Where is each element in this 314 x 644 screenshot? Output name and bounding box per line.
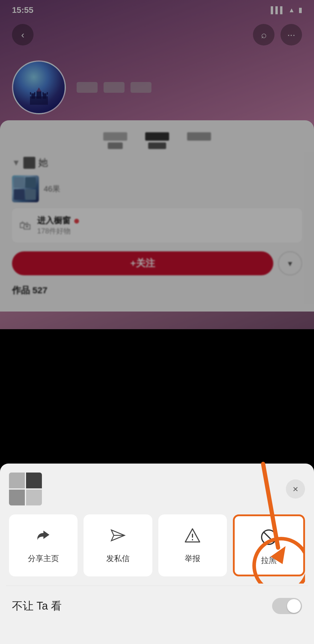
report-label: 举报 — [185, 553, 200, 564]
report-icon — [180, 523, 204, 547]
bottom-sheet: × 分享主页 — [0, 464, 314, 644]
svg-rect-9 — [192, 534, 193, 538]
share-label: 分享主页 — [28, 553, 59, 564]
toggle-label: 不让 Ta 看 — [12, 599, 62, 613]
sheet-avatar-blocks — [9, 473, 42, 505]
share-icon — [31, 523, 55, 547]
svg-rect-10 — [192, 539, 193, 540]
sheet-header: × — [0, 464, 314, 511]
sheet-av-1 — [9, 473, 25, 488]
block-button[interactable]: 拉黑 — [233, 514, 305, 576]
block-label: 拉黑 — [261, 555, 277, 566]
send-message-button[interactable]: 发私信 — [84, 514, 152, 576]
toggle-switch[interactable] — [272, 598, 302, 614]
share-homepage-button[interactable]: 分享主页 — [9, 514, 78, 576]
message-label: 发私信 — [106, 553, 130, 564]
sheet-av-3 — [9, 490, 25, 505]
toggle-row: 不让 Ta 看 — [0, 586, 314, 626]
close-icon: × — [293, 484, 298, 495]
svg-line-12 — [263, 532, 274, 543]
sheet-av-4 — [26, 490, 42, 505]
block-icon — [257, 525, 281, 549]
sheet-avatar-grid — [9, 473, 42, 505]
sheet-av-2 — [26, 473, 42, 488]
toggle-knob — [287, 599, 301, 613]
sheet-actions: 分享主页 发私信 — [0, 511, 314, 585]
message-icon — [106, 523, 130, 547]
report-button[interactable]: 举报 — [158, 514, 227, 576]
close-button[interactable]: × — [286, 479, 305, 499]
